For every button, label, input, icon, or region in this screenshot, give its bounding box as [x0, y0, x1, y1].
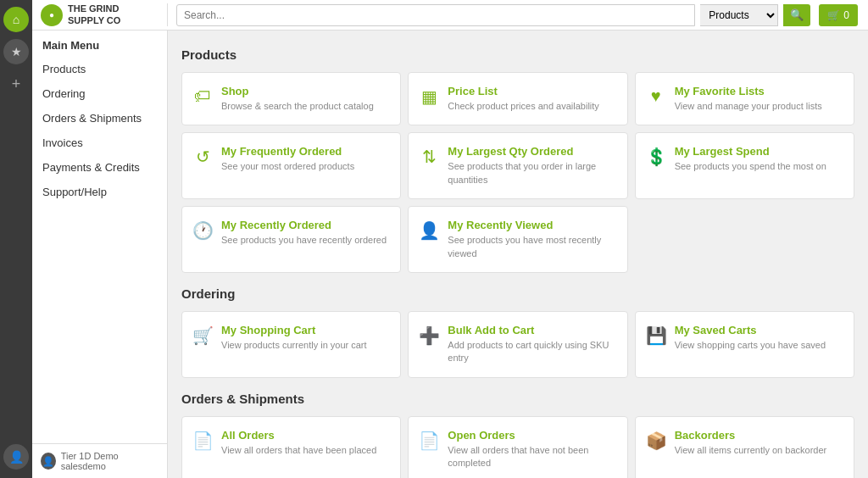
- ordering-grid: 🛒 My Shopping Cart View products current…: [181, 311, 854, 378]
- card-favorite-lists[interactable]: ♥ My Favorite Lists View and manage your…: [635, 72, 854, 125]
- search-area: Products Orders Customers 🔍: [168, 4, 819, 26]
- topbar: ● THE GRIND SUPPLY CO Products Orders Cu…: [32, 0, 868, 31]
- price-list-desc: Check product prices and availability: [448, 100, 599, 113]
- shop-title: Shop: [221, 85, 374, 97]
- bulk-add-desc: Add products to cart quickly using SKU e…: [448, 339, 616, 365]
- card-open-orders[interactable]: 📄 Open Orders View all orders that have …: [408, 416, 627, 478]
- recently-ordered-title: My Recently Ordered: [221, 219, 387, 231]
- card-backorders[interactable]: 📦 Backorders View all items currently on…: [635, 416, 854, 478]
- largest-qty-desc: See products that you order in large qua…: [448, 160, 616, 186]
- products-grid: 🏷 Shop Browse & search the product catal…: [181, 72, 854, 273]
- search-button[interactable]: 🔍: [783, 4, 810, 26]
- card-largest-qty[interactable]: ⇅ My Largest Qty Ordered See products th…: [408, 132, 627, 199]
- card-bulk-add[interactable]: ➕ Bulk Add to Cart Add products to cart …: [408, 311, 627, 378]
- logo: ● THE GRIND SUPPLY CO: [32, 3, 168, 25]
- icon-sidebar: ⌂ ★ + 👤: [0, 0, 32, 478]
- card-largest-spend[interactable]: 💲 My Largest Spend See products you spen…: [635, 132, 854, 199]
- open-orders-desc: View all orders that have not been compl…: [448, 444, 616, 470]
- frequently-ordered-icon: ↺: [192, 147, 213, 167]
- home-icon-btn[interactable]: ⌂: [3, 7, 29, 32]
- card-saved-carts[interactable]: 💾 My Saved Carts View shopping carts you…: [635, 311, 854, 378]
- largest-spend-icon: 💲: [646, 147, 666, 167]
- products-section-title: Products: [181, 47, 854, 62]
- backorders-desc: View all items currently on backorder: [675, 444, 827, 457]
- footer-tier: Tier 1D Demo: [61, 451, 119, 461]
- footer-user: salesdemo: [61, 461, 106, 471]
- cart-count: 0: [843, 9, 849, 21]
- recently-viewed-icon: 👤: [419, 220, 439, 241]
- shopping-cart-desc: View products currently in your cart: [221, 339, 367, 352]
- saved-carts-desc: View shopping carts you have saved: [675, 339, 826, 352]
- recently-viewed-desc: See products you have most recently view…: [448, 234, 616, 260]
- sidebar-item-invoices[interactable]: Invoices: [32, 131, 167, 155]
- search-input[interactable]: [176, 4, 695, 26]
- sidebar-item-products[interactable]: Products: [32, 57, 167, 81]
- price-list-title: Price List: [448, 85, 599, 97]
- recently-ordered-icon: 🕐: [192, 220, 213, 241]
- logo-text: THE GRIND SUPPLY CO: [68, 3, 120, 25]
- cart-button[interactable]: 🛒 0: [819, 4, 858, 26]
- card-all-orders[interactable]: 📄 All Orders View all orders that have b…: [181, 416, 401, 478]
- card-recently-ordered[interactable]: 🕐 My Recently Ordered See products you h…: [181, 206, 401, 273]
- backorders-icon: 📦: [646, 431, 666, 451]
- card-price-list[interactable]: ▦ Price List Check product prices and av…: [408, 72, 627, 125]
- sidebar-item-support[interactable]: Support/Help: [32, 180, 167, 204]
- user-avatar: 👤: [41, 453, 56, 470]
- recently-ordered-desc: See products you have recently ordered: [221, 234, 387, 247]
- card-frequently-ordered[interactable]: ↺ My Frequently Ordered See your most or…: [181, 132, 401, 199]
- recently-viewed-title: My Recently Viewed: [448, 219, 616, 231]
- orders-grid: 📄 All Orders View all orders that have b…: [181, 416, 854, 478]
- sidebar-item-ordering[interactable]: Ordering: [32, 81, 167, 106]
- open-orders-title: Open Orders: [448, 429, 616, 442]
- logo-circle: ●: [41, 4, 63, 26]
- bulk-add-title: Bulk Add to Cart: [448, 324, 616, 336]
- sidebar-item-orders-shipments[interactable]: Orders & Shipments: [32, 106, 167, 131]
- price-list-icon: ▦: [419, 86, 439, 107]
- menu-title: Main Menu: [32, 31, 167, 57]
- orders-section-title: Orders & Shipments: [181, 392, 854, 406]
- main-content: Products 🏷 Shop Browse & search the prod…: [168, 31, 868, 478]
- largest-spend-desc: See products you spend the most on: [675, 160, 826, 173]
- sidebar-item-payments-credits[interactable]: Payments & Credits: [32, 155, 167, 180]
- all-orders-title: All Orders: [221, 429, 376, 442]
- saved-carts-title: My Saved Carts: [675, 324, 826, 336]
- bulk-add-icon: ➕: [419, 325, 439, 346]
- card-shop[interactable]: 🏷 Shop Browse & search the product catal…: [181, 72, 401, 125]
- shopping-cart-title: My Shopping Cart: [221, 324, 367, 336]
- backorders-title: Backorders: [675, 429, 827, 442]
- search-category-select[interactable]: Products Orders Customers: [700, 4, 778, 26]
- frequently-ordered-desc: See your most ordered products: [221, 160, 354, 173]
- favorite-icon: ♥: [646, 86, 666, 106]
- all-orders-icon: 📄: [192, 431, 213, 451]
- largest-qty-title: My Largest Qty Ordered: [448, 145, 616, 158]
- star-icon-btn[interactable]: ★: [3, 39, 29, 64]
- user-icon-btn[interactable]: 👤: [3, 444, 29, 470]
- largest-qty-icon: ⇅: [419, 147, 439, 167]
- nav-sidebar: ‹ Main Menu Products Ordering Orders & S…: [32, 0, 168, 478]
- saved-carts-icon: 💾: [646, 325, 666, 346]
- open-orders-icon: 📄: [419, 431, 439, 451]
- sidebar-footer: 👤 Tier 1D Demo salesdemo: [32, 443, 167, 478]
- shop-desc: Browse & search the product catalog: [221, 100, 374, 113]
- frequently-ordered-title: My Frequently Ordered: [221, 145, 354, 158]
- card-shopping-cart[interactable]: 🛒 My Shopping Cart View products current…: [181, 311, 401, 378]
- favorite-title: My Favorite Lists: [675, 85, 822, 97]
- largest-spend-title: My Largest Spend: [675, 145, 826, 158]
- ordering-section-title: Ordering: [181, 286, 854, 301]
- add-icon-btn[interactable]: +: [3, 71, 29, 97]
- shopping-cart-icon: 🛒: [192, 325, 213, 346]
- all-orders-desc: View all orders that have been placed: [221, 444, 376, 457]
- favorite-desc: View and manage your product lists: [675, 100, 822, 113]
- card-recently-viewed[interactable]: 👤 My Recently Viewed See products you ha…: [408, 206, 627, 273]
- shop-icon: 🏷: [192, 86, 213, 106]
